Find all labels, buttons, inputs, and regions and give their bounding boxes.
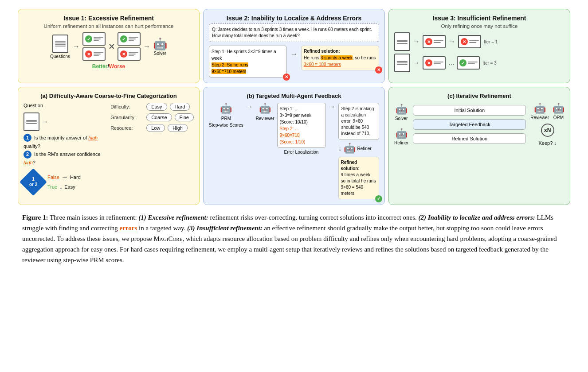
better-worse-label: Better/Worse <box>92 63 125 70</box>
bottom-panels-row: (a) Difficulty-Aware Coarse-to-Fine Cate… <box>18 87 570 205</box>
pb-refined-text: 9 times a week, so in total he runs 9×60… <box>341 172 377 197</box>
diamond-icon: 1or 2 <box>20 168 47 196</box>
xn-circle-icon: xN <box>541 124 554 137</box>
check-doc-correct: ✓ <box>82 32 106 46</box>
panel-c-layout: 🤖 Solver 🤖 Refiner Initial Solution Targ… <box>394 103 564 146</box>
green-check-icon: ✓ <box>85 35 92 43</box>
pc-reviewer-box: 🤖 Reviewer <box>530 103 549 120</box>
panel-a: (a) Difficulty-Aware Coarse-to-Fine Cate… <box>18 87 200 205</box>
caption-text1: Three main issues in refinement: <box>48 214 138 221</box>
refiner-robot-icon: 🤖 <box>344 143 356 154</box>
questions-doc-icon <box>52 35 68 53</box>
better-label: Better <box>92 63 108 70</box>
caption-issue3-italic: (3) Insufficient refinement: <box>187 225 263 232</box>
top-panels-row: Issue 1: Excessive Refinement Uniform re… <box>18 9 570 83</box>
high-btn[interactable]: High <box>168 124 188 132</box>
low-btn[interactable]: Low <box>146 124 165 132</box>
questions-label: Questions <box>50 54 70 59</box>
issue2-title: Issue 2: Inability to Localize & Address… <box>209 15 379 22</box>
pb-refiner-label: Refiner <box>357 146 372 151</box>
x-badge-icon: ✕ <box>283 74 290 81</box>
pb-arrow2-icon: → <box>329 103 336 111</box>
green-check2-icon: ✓ <box>120 35 127 43</box>
question-label: Question <box>24 103 106 108</box>
arrow-icon: → <box>73 43 80 50</box>
issue2-refined-content: He runs 3 sprints a week, so he runs 3×6… <box>304 54 376 68</box>
pc-orm-icon: 🤖 <box>553 103 564 114</box>
iter1-label: Iter = 1 <box>484 39 502 44</box>
pc-solver-icon: 🤖 <box>396 104 408 115</box>
issue1-panel: Issue 1: Excessive Refinement Uniform re… <box>18 9 200 83</box>
prm-robot-icon: 🤖 <box>220 103 232 114</box>
panel-b-title: (b) Targeted Multi-Agent Feedback <box>209 93 379 99</box>
pc-refiner-box: 🤖 Refiner <box>394 128 408 145</box>
false-arrow-icon: → <box>61 173 68 181</box>
issue2-step1-text: Step 1: He sprints 3×3=9 times a week <box>212 48 284 62</box>
pc-keep-label: Keep? ↓ <box>538 140 556 146</box>
pa-q2: 2 Is the RM's answer confidence high? <box>24 150 106 167</box>
refined-x-badge-icon: ✕ <box>375 66 382 74</box>
panel-b: (b) Targeted Multi-Agent Feedback 🤖 PRM … <box>203 87 385 205</box>
coarse-btn[interactable]: Coarse <box>146 113 172 121</box>
pb-down-arrow-icon: ↓ <box>338 144 342 152</box>
q2-number-icon: 2 <box>24 151 31 159</box>
panel-a-layout: Question → 1 Is the majority answer of h… <box>24 103 194 192</box>
check-doc-wrong: ✕ <box>82 47 106 61</box>
check-doc-refined-wrong: ✕ <box>118 47 141 61</box>
granularity-row: Granularity: Coarse Fine <box>110 113 194 121</box>
panel-c-title: (c) Iterative Refinement <box>394 93 564 99</box>
caption-magicore: MagiCore <box>154 235 183 242</box>
xn-label: xN <box>544 127 551 133</box>
pb-step1-text: Step 1: ...3×3=9 per week(Score: 10/10) <box>280 105 323 125</box>
panel-a-right: Difficulty: Easy Hard Granularity: Coars… <box>110 103 194 132</box>
pa-q2-text: Is the RM's answer confidence <box>34 151 100 157</box>
pb-reviewer-col: 🤖 Reviewer <box>256 103 274 121</box>
pc-flow-col: Initial Solution Targeted Feedback Refin… <box>413 105 526 144</box>
pc-orm-box: 🤖 ORM <box>553 103 564 120</box>
caption-issue1-italic: (1) Excessive refinement: <box>138 214 208 221</box>
iter3-row: → ✕ ... ✓ Iter = 3 <box>394 54 564 72</box>
false-label: False <box>47 174 59 180</box>
pa-arrow-icon: → <box>41 118 48 126</box>
pb-left-col: 🤖 PRM Step-wise Scores <box>209 103 243 128</box>
iter3-arrow-icon: → <box>413 59 420 67</box>
issue2-question: Q: James decides to run 3 sprints 3 time… <box>209 23 379 42</box>
resource-row: Resource: Low High <box>110 124 194 132</box>
solver-box: 🤖 Solver <box>153 37 167 56</box>
caption-label: Figure 1: <box>22 214 48 221</box>
diamond-flow: 1or 2 False → Hard True ↓ Easy <box>24 172 106 192</box>
pb-step2-text: Step 2: ...9×60=710(Score: 1/10) <box>280 125 323 145</box>
pc-reviewer-label: Reviewer <box>530 115 549 120</box>
iter1-red-icon: ✕ <box>425 38 432 45</box>
pc-reviewer-icon: 🤖 <box>534 103 546 114</box>
pc-right-col: 🤖 Reviewer 🤖 ORM xN Keep? ↓ <box>530 103 564 146</box>
pb-feedback-box: Step 2 is making a calculation error, 9×… <box>338 103 380 140</box>
difficulty-label: Difficulty: <box>110 104 144 109</box>
iter1-arrow-icon: → <box>413 38 420 46</box>
caption-issue2-italic: (2) Inability to localize and address er… <box>419 214 535 221</box>
true-label: True <box>47 184 57 190</box>
pc-solver-box: 🤖 Solver <box>395 104 408 121</box>
fine-btn[interactable]: Fine <box>175 113 194 121</box>
pb-scores-col: Step 1: ...3×3=9 per week(Score: 10/10) … <box>277 103 326 155</box>
pb-stepwise-label: Step-wise Scores <box>209 123 243 128</box>
diamond-label: 1or 2 <box>29 177 37 187</box>
hard-btn[interactable]: Hard <box>170 103 190 111</box>
iter1-result-icon: ✕ <box>461 38 468 45</box>
pc-refiner-icon: 🤖 <box>396 128 408 140</box>
iter3-doc-icon <box>394 54 410 72</box>
pb-step-score-box: Step 1: ...3×3=9 per week(Score: 10/10) … <box>277 103 326 148</box>
red-x-icon: ✕ <box>85 50 92 58</box>
issue2-arrow-icon: → <box>290 50 298 58</box>
true-branch: True ↓ Easy <box>47 183 81 191</box>
iter3-red-icon: ✕ <box>425 59 432 66</box>
easy-btn[interactable]: Easy <box>146 103 167 111</box>
panel-a-title: (a) Difficulty-Aware Coarse-to-Fine Cate… <box>24 93 194 99</box>
iter1-result-doc: ✕ <box>458 35 481 48</box>
easy-label: Easy <box>64 184 75 190</box>
pc-solver-label: Solver <box>395 116 408 121</box>
arrow2-icon: → <box>143 43 150 50</box>
solver-label: Solver <box>154 51 166 56</box>
issue2-step-box: Step 1: He sprints 3×3=9 times a week St… <box>209 46 287 78</box>
caption-errors-word: errors <box>120 225 137 232</box>
